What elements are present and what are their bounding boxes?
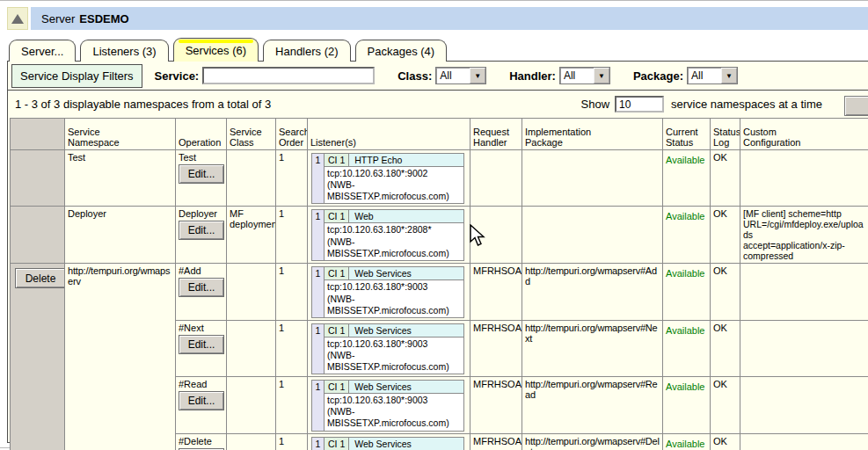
show-suffix: service namespaces at a time [671,98,822,111]
show-count-input[interactable] [615,96,664,112]
handler-filter-select[interactable]: All ▼ [559,67,610,84]
cell-status-log: OK [711,433,740,450]
header-request-handler: Request Handler [470,119,522,150]
cell-current-status: Available [663,264,711,320]
header-actions [11,119,65,150]
cell-implementation-package: http://tempuri.org/wmapserv#Delete [522,433,663,450]
cell-custom-configuration [740,320,868,376]
cell-custom-configuration: [MF client] scheme=http URL=/cgi/mfdeplo… [740,207,868,264]
edit-button[interactable]: Edit... [179,335,224,354]
service-filter-input[interactable] [202,67,375,84]
class-filter-label: Class: [398,69,432,83]
listener-header: CI 1 Web Services [325,324,463,338]
header-search-order: Search Order [276,119,308,150]
listener-body: CI 1 Web Services tcp:10.120.63.180*:900… [325,324,463,374]
listener-address: tcp:10.120.63.180*:9003 [327,338,461,350]
cell-request-handler: MFRHSOAP [470,320,522,376]
filter-row: Service Display Filters Service: Class: … [8,62,868,91]
cell-current-status: Available [663,150,711,207]
listener-body: CI 1 Web Services tcp:10.120.63.180*:900… [325,267,463,316]
dropdown-arrow-icon[interactable]: ▼ [721,68,737,83]
listener-index: 1 [312,210,325,259]
package-filter-select[interactable]: All ▼ [687,67,738,84]
cell-operation: #Next Edit... [176,320,227,376]
cell-service-class [227,320,276,376]
table-row: Test Test Edit... 1 1 CI 1 HTTP Echo tc [11,150,868,207]
custom-configuration-text: [MF client] scheme=http URL=/cgi/mfdeplo… [743,208,866,261]
dropdown-arrow-icon[interactable]: ▼ [470,68,485,83]
table-header-row: Service Namespace Operation Service Clas… [11,119,868,150]
pagination-summary: 1 - 3 of 3 displayable namespaces from a… [15,98,271,111]
header-listeners: Listener(s) [308,119,470,150]
show-label: Show [581,98,610,111]
cell-actions [11,207,65,264]
listener-box: 1 CI 1 Web Services tcp:10.120.63.180*:9… [311,323,464,374]
cell-request-handler: MFRHSOAP [470,264,522,320]
cell-search-order: 1 [276,433,308,450]
listener-name: Web Services [349,438,463,450]
cell-operation: #Delete Edit... [176,433,227,450]
refresh-button-partial[interactable] [844,96,868,116]
cell-listeners: 1 CI 1 HTTP Echo tcp:10.120.63.180*:9002… [308,150,470,207]
cell-service-class: MF deployment [227,207,276,264]
cell-implementation-package [522,207,663,264]
tab-handlers[interactable]: Handlers (2) [263,40,351,62]
edit-button[interactable]: Edit... [179,391,224,410]
handler-filter-label: Handler: [509,69,556,83]
service-filter-label: Service: [155,69,200,83]
listener-index: 1 [312,381,325,430]
listener-index: 1 [312,267,325,316]
listener-header: CI 1 Web Services [325,267,463,280]
listener-host: (NWB-MBISSETXP.microfocus.com) [327,350,461,373]
cell-namespace: Test [65,150,176,207]
listener-endpoint: tcp:10.120.63.180*:2808* (NWB-MBISSETXP.… [325,223,463,259]
tab-services[interactable]: Services (6) [173,38,259,62]
listener-box: 1 CI 1 Web Services tcp:10.120.63.180*:9… [311,380,464,431]
cell-custom-configuration [740,377,868,433]
cell-search-order: 1 [276,320,308,376]
cell-search-order: 1 [276,207,308,264]
operation-name: Test [179,152,223,163]
dropdown-arrow-icon[interactable]: ▼ [594,68,609,83]
tab-server[interactable]: Server... [9,40,76,62]
cell-service-class [227,264,276,320]
cell-current-status: Available [663,377,711,433]
listener-body: CI 1 HTTP Echo tcp:10.120.63.180*:9002 (… [325,154,463,203]
table-row: Delete http://tempuri.org/wmapserv #Add … [11,264,868,320]
services-table: Service Namespace Operation Service Clas… [10,118,868,450]
operation-name: #Read [179,379,223,389]
class-filter-select[interactable]: All ▼ [435,67,486,84]
filter-title: Service Display Filters [11,64,142,88]
cell-implementation-package: http://tempuri.org/wmapserv#Next [522,320,663,376]
listener-name: Web [349,210,463,222]
edit-button[interactable]: Edit... [179,278,224,297]
listener-index: 1 [312,324,325,374]
tab-listeners[interactable]: Listeners (3) [80,40,168,62]
listener-header: CI 1 HTTP Echo [325,154,463,167]
cell-request-handler: MFRHSOAP [470,377,522,433]
listener-host: (NWB-MBISSETXP.microfocus.com) [327,236,461,259]
listener-ci: CI 1 [325,154,349,166]
header-implementation-package: Implementation Package [522,119,663,150]
cell-current-status: Available [663,207,711,264]
server-title-bar: Server ESDEMO [31,7,868,30]
edit-button[interactable]: Edit... [179,221,224,240]
status-badge: Available [666,379,707,392]
cell-search-order: 1 [276,377,308,433]
class-filter-value: All [436,68,470,83]
cell-request-handler [470,150,522,207]
delete-button[interactable]: Delete [15,268,65,288]
listener-endpoint: tcp:10.120.63.180*:9002 (NWB-MBISSETXP.m… [325,167,463,203]
listener-ci: CI 1 [325,381,349,393]
collapse-button[interactable] [7,7,28,30]
services-panel: Service Display Filters Service: Class: … [7,61,868,443]
tab-packages[interactable]: Packages (4) [355,40,448,62]
listener-name: Web Services [349,267,463,279]
listener-body: CI 1 Web tcp:10.120.63.180*:2808* (NWB-M… [325,210,463,259]
operation-name: #Delete [179,436,223,446]
listener-endpoint: tcp:10.120.63.180*:9003 (NWB-MBISSETXP.m… [325,338,463,374]
cell-search-order: 1 [276,264,308,320]
edit-button[interactable]: Edit... [179,164,224,184]
listener-name: HTTP Echo [349,154,463,166]
cell-listeners: 1 CI 1 Web Services tcp:10.120.63.180*:9… [308,264,470,320]
